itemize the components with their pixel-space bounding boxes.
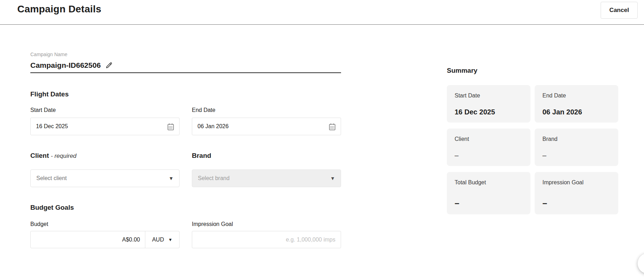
chevron-down-icon: ▼ <box>330 175 335 181</box>
client-select-placeholder: Select client <box>36 175 67 181</box>
impression-goal-label: Impression Goal <box>192 221 233 227</box>
campaign-details-page: Campaign Details Cancel Campaign Name Ca… <box>0 0 644 280</box>
summary-card-total-budget: Total Budget – <box>447 172 530 214</box>
currency-value: AUD <box>152 237 164 243</box>
client-select[interactable]: Select client ▼ <box>30 169 180 187</box>
budget-label: Budget <box>30 221 48 227</box>
brand-select[interactable]: Select brand ▼ <box>192 169 341 187</box>
start-date-label: Start Date <box>30 107 56 113</box>
chevron-down-icon: ▼ <box>169 175 174 181</box>
start-date-input[interactable] <box>31 118 179 135</box>
page-title: Campaign Details <box>17 4 101 15</box>
summary-card-end-date: End Date 06 Jan 2026 <box>535 85 618 123</box>
summary-card-label: Brand <box>542 136 610 142</box>
summary-card-value: – <box>542 198 610 208</box>
summary-card-value: 16 Dec 2025 <box>455 108 523 116</box>
summary-card-client: Client – <box>447 129 530 166</box>
chat-widget-button[interactable]: 8 <box>638 253 644 274</box>
summary-card-value: – <box>455 198 523 208</box>
campaign-name-value: Campaign-ID662506 <box>30 61 101 70</box>
end-date-input-box <box>192 118 341 135</box>
summary-card-value: 06 Jan 2026 <box>542 108 610 116</box>
brand-heading: Brand <box>192 152 211 160</box>
summary-card-brand: Brand – <box>535 129 618 166</box>
summary-card-label: Start Date <box>455 93 523 99</box>
end-date-label: End Date <box>192 107 215 113</box>
summary-card-start-date: Start Date 16 Dec 2025 <box>447 85 530 123</box>
calendar-icon[interactable] <box>166 123 175 131</box>
summary-heading: Summary <box>447 67 478 75</box>
summary-card-value: – <box>542 151 610 160</box>
budget-input[interactable] <box>31 231 145 248</box>
start-date-input-box <box>30 118 180 135</box>
summary-card-label: End Date <box>542 93 610 99</box>
summary-card-label: Impression Goal <box>542 179 610 186</box>
impression-goal-input-box <box>192 231 341 248</box>
cancel-button[interactable]: Cancel <box>601 2 638 19</box>
campaign-name-label: Campaign Name <box>30 52 67 57</box>
end-date-input[interactable] <box>192 118 341 135</box>
summary-card-label: Client <box>455 136 523 142</box>
budget-input-group: AUD ▼ <box>30 231 180 248</box>
summary-card-value: – <box>455 151 523 160</box>
header-divider <box>0 24 644 25</box>
client-required-note: - required <box>51 153 77 159</box>
flight-dates-heading: Flight Dates <box>30 90 69 98</box>
client-heading-text: Client <box>30 152 49 159</box>
calendar-icon[interactable] <box>328 123 336 131</box>
campaign-name-row: Campaign-ID662506 <box>30 59 113 71</box>
impression-goal-input[interactable] <box>192 231 341 248</box>
campaign-name-underline <box>30 72 341 73</box>
client-heading: Client - required <box>30 152 77 160</box>
summary-card-label: Total Budget <box>455 179 523 186</box>
summary-card-impression-goal: Impression Goal – <box>535 172 618 214</box>
currency-select[interactable]: AUD ▼ <box>145 231 179 248</box>
brand-select-placeholder: Select brand <box>198 175 230 181</box>
edit-pencil-icon[interactable] <box>105 61 113 69</box>
chevron-down-icon: ▼ <box>168 237 172 242</box>
budget-goals-heading: Budget Goals <box>30 204 74 212</box>
